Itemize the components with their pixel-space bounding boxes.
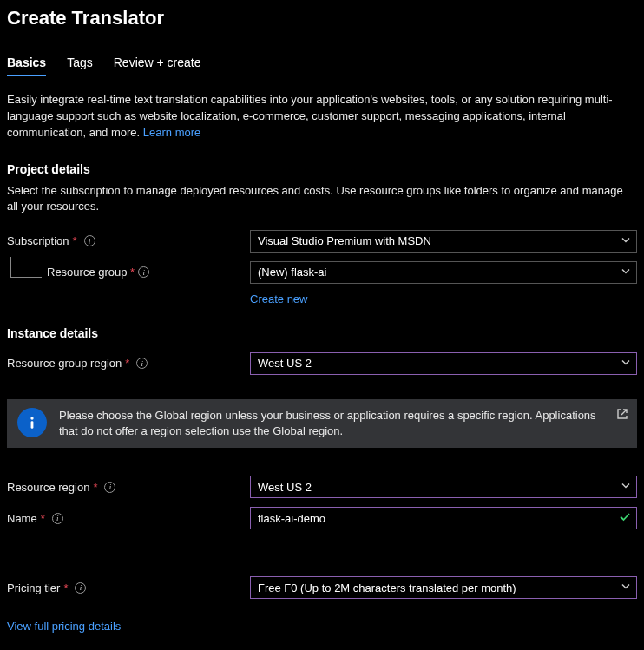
info-icon[interactable]: i [136, 358, 148, 369]
learn-more-link[interactable]: Learn more [143, 126, 200, 139]
rg-region-label: Resource group region [7, 357, 122, 370]
view-pricing-details-link[interactable]: View full pricing details [7, 620, 121, 633]
instance-details-title: Instance details [7, 326, 637, 340]
resource-region-label: Resource region [7, 481, 89, 494]
name-label: Name [7, 512, 37, 525]
chevron-down-icon [621, 481, 631, 494]
rg-region-select[interactable]: West US 2 [250, 352, 637, 375]
chevron-down-icon [621, 581, 631, 594]
info-icon[interactable]: i [138, 266, 149, 278]
pricing-tier-value: Free F0 (Up to 2M characters translated … [258, 581, 516, 594]
rg-region-value: West US 2 [258, 357, 312, 370]
info-circle-icon [17, 408, 47, 437]
resource-region-value: West US 2 [258, 481, 312, 494]
check-icon [619, 511, 631, 526]
page-title: Create Translator [7, 7, 637, 30]
subscription-label: Subscription [7, 234, 69, 247]
required-marker: * [41, 512, 45, 525]
intro-copy: Easily integrate real-time text translat… [7, 93, 613, 139]
tab-tags[interactable]: Tags [67, 56, 93, 76]
subscription-select[interactable]: Visual Studio Premium with MSDN [250, 230, 637, 253]
banner-message: Please choose the Global region unless y… [59, 408, 627, 439]
pricing-tier-label: Pricing tier [7, 581, 60, 594]
info-icon[interactable]: i [84, 235, 95, 246]
intro-text: Easily integrate real-time text translat… [7, 92, 637, 141]
name-input[interactable]: flask-ai-demo [250, 507, 637, 529]
info-icon[interactable]: i [75, 582, 86, 594]
tabs: Basics Tags Review + create [7, 56, 637, 76]
subscription-value: Visual Studio Premium with MSDN [258, 234, 431, 247]
chevron-down-icon [621, 357, 631, 370]
required-marker: * [73, 234, 77, 247]
project-details-title: Project details [7, 162, 637, 176]
name-value: flask-ai-demo [258, 512, 325, 525]
required-marker: * [93, 481, 97, 494]
required-marker: * [128, 266, 135, 279]
chevron-down-icon [621, 266, 631, 279]
svg-point-0 [30, 417, 33, 419]
required-marker: * [63, 581, 68, 594]
info-icon[interactable]: i [52, 513, 63, 524]
svg-rect-1 [31, 421, 34, 428]
region-info-banner: Please choose the Global region unless y… [7, 399, 637, 448]
required-marker: * [125, 357, 129, 370]
pricing-tier-select[interactable]: Free F0 (Up to 2M characters translated … [250, 576, 637, 599]
tab-review-create[interactable]: Review + create [114, 56, 201, 76]
resource-region-select[interactable]: West US 2 [250, 476, 637, 498]
project-details-desc: Select the subscription to manage deploy… [7, 183, 637, 214]
chevron-down-icon [621, 234, 631, 247]
resource-group-select[interactable]: (New) flask-ai [250, 261, 637, 284]
tree-indent-line [10, 257, 42, 278]
tab-basics[interactable]: Basics [7, 56, 46, 76]
info-icon[interactable]: i [104, 482, 115, 493]
external-link-icon[interactable] [616, 408, 628, 423]
resource-group-label: Resource group [47, 266, 128, 279]
create-new-link[interactable]: Create new [250, 292, 307, 305]
resource-group-value: (New) flask-ai [258, 266, 326, 279]
